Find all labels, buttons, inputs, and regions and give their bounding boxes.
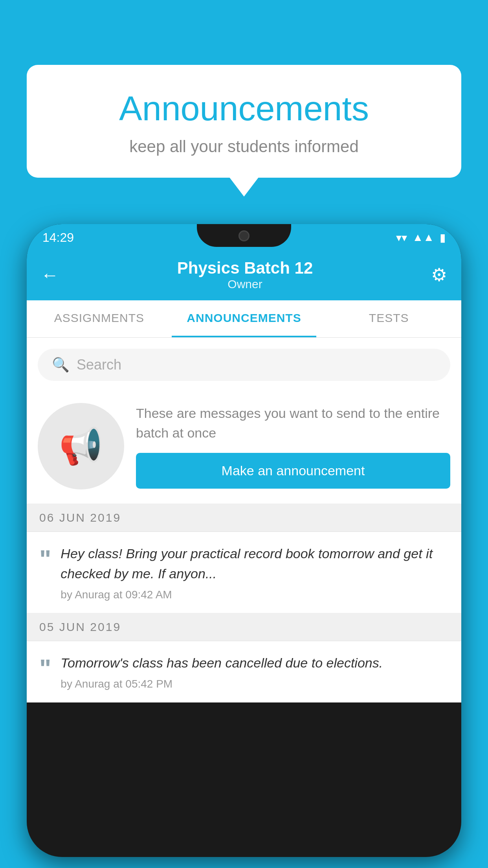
app-bar-title-group: Physics Batch 12 Owner — [177, 259, 313, 291]
announcement-content-2: Tomorrow's class has been cancelled due … — [61, 653, 449, 690]
date-separator-1: 06 JUN 2019 — [27, 504, 461, 532]
search-placeholder: Search — [77, 357, 121, 373]
battery-icon: ▮ — [440, 231, 446, 244]
tab-assignments[interactable]: ASSIGNMENTS — [27, 300, 172, 337]
phone-content: 🔍 Search 📢 These are messages you want t… — [27, 338, 461, 702]
wifi-icon: ▾▾ — [396, 231, 407, 244]
speech-bubble-container: Announcements keep all your students inf… — [27, 65, 461, 178]
status-time: 14:29 — [42, 230, 74, 245]
promo-icon-circle: 📢 — [38, 403, 124, 489]
promo-right: These are messages you want to send to t… — [136, 404, 450, 489]
megaphone-icon: 📢 — [59, 426, 103, 467]
signal-icon: ▲▲ — [413, 231, 434, 244]
announcement-item-2[interactable]: " Tomorrow's class has been cancelled du… — [27, 641, 461, 702]
tabs-bar: ASSIGNMENTS ANNOUNCEMENTS TESTS — [27, 300, 461, 338]
camera-icon — [238, 230, 250, 241]
announcement-content-1: Hey class! Bring your practical record b… — [61, 544, 449, 601]
bubble-subtitle: keep all your students informed — [42, 137, 446, 156]
announcement-meta-1: by Anurag at 09:42 AM — [61, 588, 449, 601]
app-bar-title: Physics Batch 12 — [177, 259, 313, 278]
tab-announcements[interactable]: ANNOUNCEMENTS — [172, 300, 317, 337]
announcement-text-1: Hey class! Bring your practical record b… — [61, 544, 449, 584]
tab-tests[interactable]: TESTS — [316, 300, 461, 337]
phone-frame: 14:29 ▾▾ ▲▲ ▮ ← Physics Batch 12 Owner ⚙… — [27, 224, 461, 857]
speech-bubble: Announcements keep all your students inf… — [27, 65, 461, 178]
app-bar: ← Physics Batch 12 Owner ⚙ — [27, 251, 461, 300]
bubble-title: Announcements — [42, 88, 446, 129]
date-separator-2: 05 JUN 2019 — [27, 613, 461, 641]
quote-icon-1: " — [39, 547, 51, 572]
phone-container: 14:29 ▾▾ ▲▲ ▮ ← Physics Batch 12 Owner ⚙… — [27, 224, 461, 868]
announcement-meta-2: by Anurag at 05:42 PM — [61, 678, 449, 690]
promo-section: 📢 These are messages you want to send to… — [27, 392, 461, 504]
phone-notch — [197, 224, 291, 247]
announcement-text-2: Tomorrow's class has been cancelled due … — [61, 653, 449, 673]
make-announcement-button[interactable]: Make an announcement — [136, 453, 450, 489]
search-icon: 🔍 — [52, 357, 70, 373]
status-icons: ▾▾ ▲▲ ▮ — [396, 231, 446, 244]
announcement-item-1[interactable]: " Hey class! Bring your practical record… — [27, 532, 461, 613]
quote-icon-2: " — [39, 656, 51, 681]
app-bar-subtitle: Owner — [177, 278, 313, 291]
promo-description: These are messages you want to send to t… — [136, 404, 450, 443]
settings-icon[interactable]: ⚙ — [431, 264, 447, 285]
search-bar[interactable]: 🔍 Search — [38, 349, 450, 381]
back-button[interactable]: ← — [41, 264, 59, 285]
